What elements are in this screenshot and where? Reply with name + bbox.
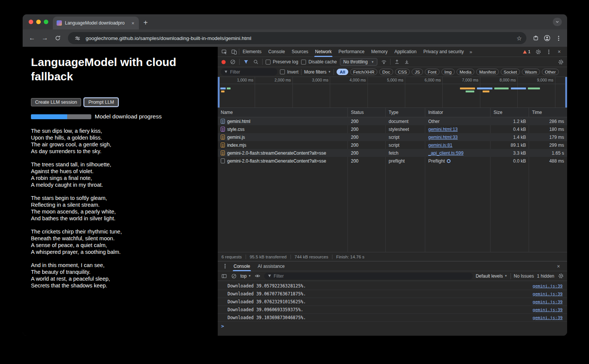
devtools-menu-icon[interactable] [544,47,554,57]
column-header-initiator[interactable]: Initiator [425,108,491,117]
column-header-size[interactable]: Size [491,108,529,117]
issues-warning-badge[interactable]: 1 [521,49,532,54]
console-source-link[interactable]: gemini.js:39 [533,284,563,289]
table-row[interactable]: gemini.js 200 script gemini.html:33 1.4 … [218,133,567,141]
console-source-link[interactable]: gemini.js:39 [533,292,563,296]
tab-privacy-security[interactable]: Privacy and security [420,47,467,57]
console-source-link[interactable]: gemini.js:39 [533,299,563,304]
invert-checkbox[interactable]: Invert [280,69,298,75]
network-settings-icon[interactable] [557,58,564,65]
new-tab-button[interactable]: + [143,19,148,26]
chip-all[interactable]: All [337,69,348,75]
chip-doc[interactable]: Doc [379,69,393,75]
tab-application[interactable]: Application [391,47,420,57]
site-settings-icon[interactable] [72,33,82,43]
bookmark-star-icon[interactable]: ☆ [517,35,522,42]
clear-network-log-icon[interactable] [229,58,236,65]
console-filter-input[interactable] [274,273,469,279]
extensions-icon[interactable] [531,33,541,43]
network-conditions-icon[interactable] [380,58,387,65]
console-settings-icon[interactable] [557,273,564,280]
profile-avatar-icon[interactable] [542,33,552,43]
issues-status[interactable]: No Issues [514,273,534,279]
network-overview-timeline[interactable]: 1,000 ms 2,000 ms 3,000 ms 4,000 ms 5,00… [218,77,567,108]
table-row[interactable]: gemini-2.0-flash:streamGenerateContent?a… [218,149,567,157]
console-prompt[interactable]: > [218,322,567,330]
table-row[interactable]: index.mjs 200 script gemini.js:81 89.1 k… [218,141,567,149]
close-window-button[interactable] [29,20,33,24]
devtools-settings-icon[interactable] [533,47,543,57]
more-tabs-button[interactable]: » [467,49,474,55]
hidden-messages-count[interactable]: 1 hidden [537,273,554,279]
drawer-close-icon[interactable]: × [554,261,563,271]
default-levels-dropdown[interactable]: Default levels ▼ [476,273,507,279]
drawer-menu-icon[interactable] [220,261,230,271]
record-network-log-button[interactable] [221,60,226,64]
tab-search-button[interactable] [553,18,562,26]
tab-network[interactable]: Network [312,47,335,57]
request-initiator-link[interactable]: _api_client.ts:599 [428,151,463,156]
column-header-name[interactable]: Name [218,108,348,117]
request-initiator-link[interactable]: gemini.html:33 [428,135,458,140]
drawer-tab-ai-assistance[interactable]: AI assistance [254,261,288,271]
chip-js[interactable]: JS [412,69,423,75]
table-row[interactable]: style.css 200 stylesheet gemini.html:13 … [218,125,567,133]
throttling-select[interactable]: No throttling ▼ [340,58,378,66]
inspect-element-icon[interactable] [219,47,229,57]
chip-css[interactable]: CSS [395,69,410,75]
tab-elements[interactable]: Elements [239,47,265,57]
chip-manifest[interactable]: Manifest [476,69,498,75]
console-source-link[interactable]: gemini.js:39 [533,315,563,320]
import-har-icon[interactable] [403,58,410,65]
table-row[interactable]: gemini.html 200 document Other 1.2 kB 28… [218,117,567,125]
chip-media[interactable]: Media [457,69,474,75]
console-sidebar-icon[interactable] [221,273,228,280]
tab-sources[interactable]: Sources [288,47,312,57]
chip-img[interactable]: Img [441,69,455,75]
column-header-time[interactable]: Time [529,108,567,117]
table-row[interactable]: gemini-2.0-flash:streamGenerateContent?a… [218,157,567,165]
network-filter-input[interactable] [230,69,274,75]
export-har-icon[interactable] [394,58,400,65]
request-initiator-link[interactable]: gemini.html:13 [428,127,458,132]
context-selector[interactable]: top ▼ [240,273,251,279]
chip-socket[interactable]: Socket [501,69,520,75]
chip-font[interactable]: Font [425,69,440,75]
overview-left-handle[interactable] [218,77,220,108]
fullscreen-window-button[interactable] [44,20,48,24]
create-llm-session-button[interactable]: Create LLM session [31,98,81,106]
tab-memory[interactable]: Memory [368,47,391,57]
chip-fetch-xhr[interactable]: Fetch/XHR [350,69,377,75]
minimize-window-button[interactable] [36,20,41,24]
browser-tab[interactable]: LanguageModel downloadpro × [53,17,139,29]
request-initiator-link[interactable]: gemini.js:81 [428,143,452,148]
forward-button[interactable]: → [39,32,51,44]
disable-cache-checkbox[interactable]: Disable cache [301,59,337,65]
tab-performance[interactable]: Performance [335,47,368,57]
preflight-info-icon[interactable] [447,159,451,163]
address-bar[interactable]: googlechrome.github.io/samples/downloadi… [68,32,526,44]
filter-toggle-icon[interactable] [243,58,249,65]
preserve-log-checkbox[interactable]: Preserve log [266,59,298,65]
drawer-tab-console[interactable]: Console [230,261,254,271]
column-header-type[interactable]: Type [386,108,425,117]
prompt-llm-button[interactable]: Prompt LLM [84,98,118,106]
clear-console-icon[interactable] [231,273,237,280]
warning-count: 1 [528,49,531,54]
chip-wasm[interactable]: Wasm [522,69,540,75]
tab-close-icon[interactable]: × [131,20,135,26]
back-button[interactable]: ← [26,32,38,44]
overview-right-handle[interactable] [565,77,567,108]
column-header-status[interactable]: Status [348,108,386,117]
tab-favicon-icon [57,20,62,26]
search-icon[interactable] [252,58,259,65]
tab-console[interactable]: Console [265,47,288,57]
reload-button[interactable] [52,32,63,44]
more-filters-dropdown[interactable]: More filters ▼ [304,69,331,75]
eye-icon[interactable] [254,273,261,280]
browser-menu-icon[interactable] [554,33,563,43]
chip-other[interactable]: Other [542,69,559,75]
console-source-link[interactable]: gemini.js:39 [533,307,563,312]
device-toolbar-icon[interactable] [229,47,239,57]
devtools-close-icon[interactable]: × [554,47,564,57]
